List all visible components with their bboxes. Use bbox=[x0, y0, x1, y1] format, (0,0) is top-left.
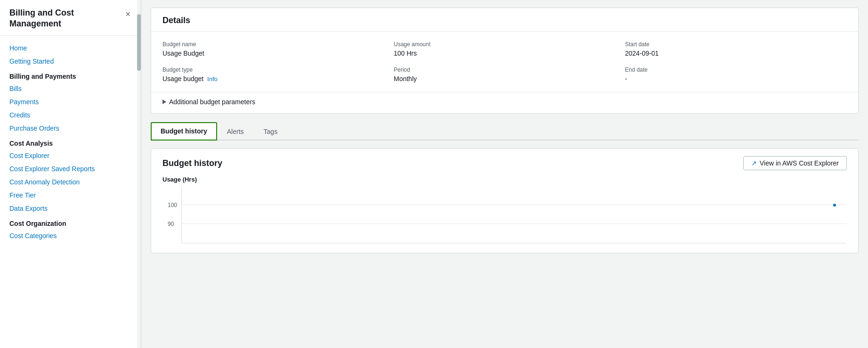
chart-data-dot bbox=[833, 204, 836, 207]
end-date-field: End date - bbox=[625, 66, 847, 83]
details-card: Details Budget name Usage Budget Usage a… bbox=[151, 8, 859, 114]
budget-type-field: Budget type Usage budget Info bbox=[162, 66, 384, 83]
sidebar-item-home[interactable]: Home bbox=[0, 41, 141, 55]
budget-name-field: Budget name Usage Budget bbox=[162, 41, 384, 57]
sidebar-item-cost-explorer-saved-reports[interactable]: Cost Explorer Saved Reports bbox=[0, 162, 141, 175]
chart-y-axis-label: Usage (Hrs) bbox=[162, 176, 847, 183]
budget-history-title: Budget history bbox=[162, 158, 222, 168]
sidebar-item-cost-categories[interactable]: Cost Categories bbox=[0, 229, 141, 242]
end-date-label: End date bbox=[625, 66, 847, 73]
sidebar-nav: Home Getting Started Billing and Payment… bbox=[0, 36, 141, 348]
budget-type-value: Usage budget Info bbox=[162, 75, 384, 83]
budget-name-value: Usage Budget bbox=[162, 50, 384, 57]
sidebar-section-cost-analysis: Cost Analysis bbox=[0, 135, 141, 149]
sidebar: Billing and Cost Management × Home Getti… bbox=[0, 0, 141, 348]
grid-line-100: 100 bbox=[182, 205, 847, 205]
sidebar-scrollbar-track bbox=[137, 0, 141, 348]
main-content: Details Budget name Usage Budget Usage a… bbox=[141, 0, 868, 348]
external-link-icon: ↗ bbox=[751, 159, 757, 167]
sidebar-item-purchase-orders[interactable]: Purchase Orders bbox=[0, 122, 141, 135]
sidebar-section-billing-payments: Billing and Payments bbox=[0, 68, 141, 82]
sidebar-item-cost-anomaly-detection[interactable]: Cost Anomaly Detection bbox=[0, 175, 141, 189]
view-cost-explorer-label: View in AWS Cost Explorer bbox=[760, 159, 839, 167]
tab-budget-history[interactable]: Budget history bbox=[151, 122, 217, 141]
usage-amount-value: 100 Hrs bbox=[394, 50, 616, 57]
info-link[interactable]: Info bbox=[207, 75, 218, 83]
sidebar-item-bills[interactable]: Bills bbox=[0, 82, 141, 95]
chart-area: Usage (Hrs) 100 90 bbox=[151, 176, 858, 253]
sidebar-header: Billing and Cost Management × bbox=[0, 0, 141, 36]
end-date-value: - bbox=[625, 75, 847, 83]
sidebar-item-cost-explorer[interactable]: Cost Explorer bbox=[0, 149, 141, 162]
budget-history-chart: 100 90 bbox=[181, 187, 847, 243]
usage-amount-field: Usage amount 100 Hrs bbox=[394, 41, 616, 57]
details-grid: Budget name Usage Budget Usage amount 10… bbox=[151, 32, 858, 92]
budget-type-label: Budget type bbox=[162, 66, 384, 73]
sidebar-item-payments[interactable]: Payments bbox=[0, 95, 141, 108]
start-date-field: Start date 2024-09-01 bbox=[625, 41, 847, 57]
additional-params-toggle[interactable]: Additional budget parameters bbox=[151, 92, 858, 113]
triangle-icon bbox=[162, 99, 166, 104]
period-value: Monthly bbox=[394, 75, 616, 83]
usage-amount-label: Usage amount bbox=[394, 41, 616, 48]
sidebar-item-getting-started[interactable]: Getting Started bbox=[0, 55, 141, 68]
sidebar-title: Billing and Cost Management bbox=[9, 8, 124, 30]
budget-history-header: Budget history ↗ View in AWS Cost Explor… bbox=[151, 149, 858, 176]
details-section-title: Details bbox=[151, 8, 858, 32]
start-date-value: 2024-09-01 bbox=[625, 50, 847, 57]
sidebar-item-credits[interactable]: Credits bbox=[0, 108, 141, 122]
y-tick-90: 90 bbox=[168, 221, 174, 227]
sidebar-item-data-exports[interactable]: Data Exports bbox=[0, 202, 141, 215]
y-tick-100: 100 bbox=[168, 202, 177, 208]
view-cost-explorer-button[interactable]: ↗ View in AWS Cost Explorer bbox=[743, 156, 847, 170]
sidebar-item-free-tier[interactable]: Free Tier bbox=[0, 189, 141, 202]
budget-name-label: Budget name bbox=[162, 41, 384, 48]
period-field: Period Monthly bbox=[394, 66, 616, 83]
tabs-container: Budget history Alerts Tags bbox=[151, 121, 859, 141]
tab-tags[interactable]: Tags bbox=[254, 122, 288, 141]
sidebar-close-button[interactable]: × bbox=[124, 8, 131, 20]
grid-line-90: 90 bbox=[182, 224, 847, 224]
period-label: Period bbox=[394, 66, 616, 73]
sidebar-scrollbar-thumb bbox=[137, 14, 141, 71]
budget-history-card: Budget history ↗ View in AWS Cost Explor… bbox=[151, 148, 859, 253]
additional-params-label: Additional budget parameters bbox=[169, 98, 255, 106]
sidebar-section-cost-organization: Cost Organization bbox=[0, 215, 141, 229]
tab-alerts[interactable]: Alerts bbox=[217, 122, 254, 141]
start-date-label: Start date bbox=[625, 41, 847, 48]
tabs-bar: Budget history Alerts Tags bbox=[151, 121, 859, 141]
